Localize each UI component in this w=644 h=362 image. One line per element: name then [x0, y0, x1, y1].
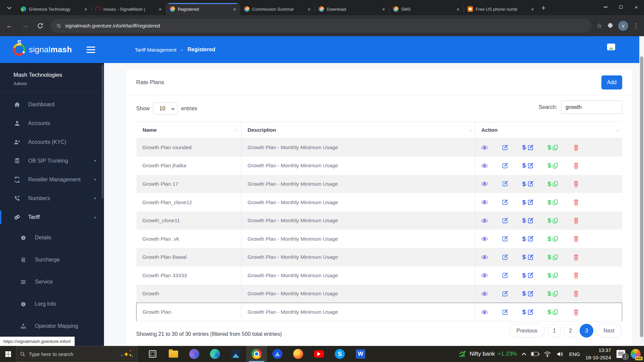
url-bar[interactable]: signalmash.gventure.info/#/tariff/regist…	[50, 19, 592, 33]
taskbar-search[interactable]: Type here to search ✦✦	[16, 346, 138, 362]
sidebar-item-accounts-kyc-[interactable]: Accounts (KYC)	[0, 133, 104, 152]
tab-close-icon[interactable]: ×	[455, 6, 461, 12]
blue-app-icon[interactable]	[267, 346, 288, 362]
sidebar-scrollbar[interactable]	[102, 64, 103, 198]
edit-button[interactable]	[502, 236, 508, 242]
delete-button[interactable]	[573, 236, 579, 242]
view-button[interactable]	[481, 236, 488, 242]
sidebar-item-numbers[interactable]: Numbers▼	[0, 189, 104, 208]
skype-icon[interactable]: S	[329, 346, 350, 362]
browser-tab[interactable]: Download×	[315, 3, 389, 15]
window-minimize-button[interactable]	[598, 0, 613, 14]
firefox-icon[interactable]	[288, 346, 309, 362]
pagination-next[interactable]: Next	[596, 324, 622, 338]
sidebar-item-surcharge[interactable]: Surcharge	[0, 249, 104, 271]
view-button[interactable]	[481, 254, 488, 260]
rate-copy-button[interactable]: $	[548, 235, 559, 243]
delete-button[interactable]	[573, 291, 579, 297]
browser-tab[interactable]: GVenture Technology×	[17, 3, 91, 15]
tab-search-chevron-icon[interactable]	[3, 2, 15, 13]
add-button[interactable]: Add	[601, 75, 622, 89]
delete-button[interactable]	[573, 181, 579, 187]
delete-button[interactable]	[573, 199, 579, 205]
column-header-description[interactable]: Description↑↓	[241, 122, 475, 138]
rate-edit-button[interactable]: $	[522, 180, 534, 188]
forward-icon[interactable]: →	[19, 20, 31, 32]
delete-button[interactable]	[573, 309, 579, 315]
pagination-previous[interactable]: Previous	[509, 324, 545, 338]
language-indicator[interactable]: ENG	[569, 351, 580, 357]
tab-close-icon[interactable]: ×	[306, 6, 312, 12]
window-maximize-button[interactable]	[613, 0, 629, 14]
rate-copy-button[interactable]: $	[548, 162, 559, 169]
pagination-page-2[interactable]: 2	[564, 324, 577, 338]
profile-avatar[interactable]: v	[618, 21, 628, 31]
sidebar-item-reseller-management[interactable]: Reseller Management▼	[0, 170, 104, 189]
delete-button[interactable]	[573, 254, 579, 260]
rate-copy-button[interactable]: $	[548, 199, 559, 206]
browser-tab[interactable]: Issues - SignalMash (×	[91, 3, 166, 15]
rate-edit-button[interactable]: $	[522, 144, 534, 151]
stock-ticker[interactable]: Nifty bank +1.23%	[458, 350, 517, 358]
sidebar-item-service[interactable]: Service	[0, 271, 104, 293]
view-button[interactable]	[481, 144, 488, 151]
tab-close-icon[interactable]: ×	[381, 6, 386, 12]
search-input[interactable]	[561, 101, 622, 114]
rate-edit-button[interactable]: $	[522, 235, 534, 243]
reload-icon[interactable]	[34, 20, 46, 32]
column-header-name[interactable]: Name↑↓	[137, 122, 241, 138]
browser-tab[interactable]: Registered×	[166, 3, 240, 15]
rate-edit-button[interactable]: $	[522, 290, 534, 297]
loop-app-icon[interactable]	[184, 346, 205, 362]
word-icon[interactable]: W	[350, 346, 371, 362]
tray-expand-icon[interactable]	[522, 353, 526, 357]
tab-close-icon[interactable]: ×	[157, 6, 163, 12]
tab-close-icon[interactable]: ×	[83, 6, 89, 12]
view-button[interactable]	[481, 272, 488, 279]
view-button[interactable]	[481, 291, 488, 297]
rate-copy-button[interactable]: $	[548, 290, 559, 297]
delete-button[interactable]	[573, 144, 579, 151]
tab-close-icon[interactable]: ×	[232, 6, 237, 12]
rate-edit-button[interactable]: $	[522, 272, 534, 279]
edit-button[interactable]	[502, 272, 508, 279]
edit-button[interactable]	[502, 254, 508, 260]
signalmash-logo[interactable]: S signalmash	[0, 43, 80, 56]
start-button[interactable]	[0, 346, 16, 362]
delete-button[interactable]	[573, 272, 579, 279]
browser-tab[interactable]: Free US phone numb×	[464, 3, 538, 15]
youtube-icon[interactable]	[309, 346, 329, 362]
photos-app-icon[interactable]	[225, 346, 246, 362]
view-button[interactable]	[481, 199, 488, 205]
rate-copy-button[interactable]: $	[548, 308, 559, 316]
breadcrumb-parent[interactable]: Tariff Management	[135, 47, 176, 53]
rate-copy-button[interactable]: $	[548, 144, 559, 151]
view-button[interactable]	[481, 163, 488, 169]
extensions-puzzle-icon[interactable]	[607, 22, 613, 29]
sidebar-item-ob-sip-trunking[interactable]: OB SIP Trunking▼	[0, 152, 104, 170]
rate-edit-button[interactable]: $	[522, 162, 534, 169]
header-avatar-image-icon[interactable]	[607, 44, 615, 50]
tab-close-icon[interactable]: ×	[530, 6, 535, 12]
rate-edit-button[interactable]: $	[522, 199, 534, 206]
notification-center-icon[interactable]: 1	[616, 350, 625, 358]
view-button[interactable]	[481, 309, 488, 315]
delete-button[interactable]	[573, 218, 579, 224]
task-view-icon[interactable]	[142, 346, 163, 362]
back-icon[interactable]: ←	[3, 20, 15, 32]
pagination-page-3[interactable]: 3	[580, 324, 593, 338]
edge-icon[interactable]	[205, 346, 225, 362]
pagination-page-1[interactable]: 1	[547, 324, 561, 338]
menu-dots-icon[interactable]: ⋮	[633, 22, 639, 29]
new-tab-button[interactable]: +	[541, 4, 546, 12]
sidebar-item-operator-mapping[interactable]: Operator Mapping	[0, 315, 104, 337]
rate-copy-button[interactable]: $	[548, 180, 559, 188]
edit-button[interactable]	[502, 218, 508, 224]
view-button[interactable]	[481, 181, 488, 187]
rate-copy-button[interactable]: $	[548, 217, 559, 224]
file-explorer-icon[interactable]	[163, 346, 184, 362]
rate-edit-button[interactable]: $	[522, 308, 534, 316]
window-close-button[interactable]: ×	[629, 0, 644, 14]
rate-edit-button[interactable]: $	[522, 253, 534, 261]
copilot-sparkle-icon[interactable]: ✦✦	[120, 350, 134, 358]
